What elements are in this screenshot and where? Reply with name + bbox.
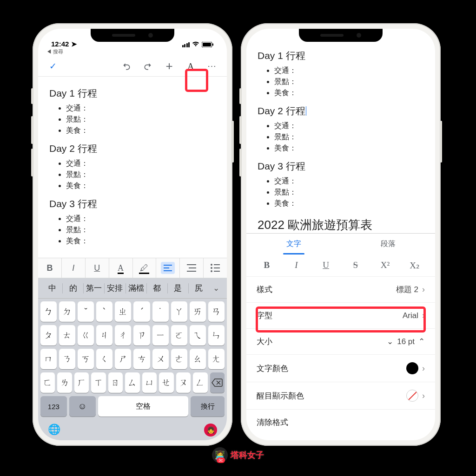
back-to-search[interactable]: ◀ 搜尋 bbox=[38, 48, 227, 56]
list-item[interactable]: 美食： bbox=[66, 126, 216, 136]
key[interactable]: ㄆ bbox=[40, 325, 57, 346]
list-item[interactable]: 交通： bbox=[66, 104, 216, 113]
key[interactable]: ㄇ bbox=[40, 349, 57, 369]
key[interactable]: ㄛ bbox=[171, 325, 187, 346]
key[interactable]: ㄝ bbox=[159, 372, 173, 393]
list-item[interactable]: 交通： bbox=[66, 214, 216, 224]
key[interactable]: ㄨ bbox=[152, 349, 169, 369]
heading-day2[interactable]: Day 2 行程 bbox=[258, 104, 424, 117]
key[interactable]: ㄧ bbox=[152, 325, 169, 346]
key[interactable]: ㄢ bbox=[208, 301, 225, 322]
key[interactable]: ㄩ bbox=[142, 372, 157, 393]
size-decrease[interactable]: ⌄ bbox=[387, 337, 393, 346]
key[interactable]: ㄉ bbox=[59, 301, 75, 322]
key[interactable]: ㄟ bbox=[190, 325, 206, 346]
key[interactable]: ㄋ bbox=[59, 349, 75, 369]
key[interactable]: ㄓ bbox=[115, 301, 131, 322]
heading-day2[interactable]: Day 2 行程 bbox=[49, 142, 216, 155]
key[interactable]: ㄗ bbox=[133, 325, 150, 346]
tab-paragraph[interactable]: 段落 bbox=[341, 234, 435, 254]
list-item[interactable]: 景點： bbox=[66, 170, 216, 180]
key[interactable]: ㄡ bbox=[176, 372, 191, 393]
key-space[interactable]: 空格 bbox=[98, 396, 189, 417]
align-left-button[interactable] bbox=[156, 258, 180, 278]
key[interactable]: ㄐ bbox=[96, 325, 112, 346]
tab-text[interactable]: 文字 bbox=[246, 234, 341, 254]
key[interactable]: ㄥ bbox=[193, 372, 207, 393]
bold-button[interactable]: B bbox=[258, 260, 276, 271]
list-item[interactable]: 美食： bbox=[274, 143, 424, 153]
suggestion[interactable]: 中 bbox=[42, 283, 62, 293]
suggestions-expand[interactable]: ⌄ bbox=[209, 283, 223, 293]
highlight-color-row[interactable]: 醒目顯示顏色 › bbox=[246, 382, 435, 409]
key[interactable]: ㄅ bbox=[40, 301, 57, 322]
key[interactable]: ㄈ bbox=[40, 372, 55, 393]
key[interactable]: ㄑ bbox=[96, 349, 112, 369]
list-item[interactable]: 景點： bbox=[274, 77, 424, 87]
list-item[interactable]: 景點： bbox=[66, 225, 216, 235]
key[interactable]: ㄞ bbox=[190, 301, 206, 322]
list-item[interactable]: 交通： bbox=[66, 159, 216, 169]
key[interactable]: ㄖ bbox=[108, 372, 123, 393]
size-increase[interactable]: ⌃ bbox=[418, 337, 425, 346]
memoji-icon[interactable]: 👧 bbox=[204, 424, 217, 437]
key[interactable]: ㄕ bbox=[115, 349, 131, 369]
key[interactable]: ㄜ bbox=[171, 349, 187, 369]
list-item[interactable]: 景點： bbox=[66, 115, 216, 124]
key[interactable]: ㄏ bbox=[74, 372, 89, 393]
suggestion[interactable]: 都 bbox=[147, 283, 167, 293]
key[interactable]: ㄣ bbox=[208, 325, 225, 346]
bullet-list-button[interactable] bbox=[204, 258, 227, 278]
subscript-button[interactable]: X₂ bbox=[405, 260, 424, 271]
key-123[interactable]: 123 bbox=[40, 396, 67, 417]
key[interactable]: ˙ bbox=[152, 301, 169, 322]
list-item[interactable]: 美食： bbox=[66, 236, 216, 246]
suggestion[interactable]: 的 bbox=[63, 283, 83, 293]
key[interactable]: ㄊ bbox=[59, 325, 75, 346]
document-body[interactable]: Day 1 行程 交通： 景點： 美食： Day 2 行程 交通： 景點： 美食… bbox=[38, 77, 227, 258]
heading-day1[interactable]: Day 1 行程 bbox=[258, 49, 424, 62]
add-button[interactable]: + bbox=[161, 58, 178, 75]
key[interactable]: ㄒ bbox=[91, 372, 106, 393]
align-justify-button[interactable] bbox=[180, 258, 204, 278]
key[interactable]: ˋ bbox=[96, 301, 112, 322]
key[interactable]: ˊ bbox=[133, 301, 150, 322]
bold-button[interactable]: B bbox=[38, 258, 62, 278]
redo-button[interactable] bbox=[139, 58, 156, 75]
suggestion[interactable]: 安排 bbox=[105, 283, 125, 293]
key-delete[interactable] bbox=[210, 372, 225, 393]
underline-button[interactable]: U bbox=[86, 258, 109, 278]
superscript-button[interactable]: X² bbox=[376, 260, 394, 271]
highlight-button[interactable]: 🖊 bbox=[133, 258, 157, 278]
text-color-row[interactable]: 文字顏色 › bbox=[246, 355, 435, 382]
italic-button[interactable]: I bbox=[62, 258, 86, 278]
italic-button[interactable]: I bbox=[287, 260, 305, 271]
key[interactable]: ㄚ bbox=[171, 301, 187, 322]
strike-button[interactable]: S bbox=[346, 260, 365, 271]
heading-day3[interactable]: Day 3 行程 bbox=[49, 197, 216, 210]
list-item[interactable]: 美食： bbox=[274, 199, 424, 209]
key[interactable]: ㄌ bbox=[57, 372, 72, 393]
key[interactable]: ˇ bbox=[78, 301, 94, 322]
suggestion[interactable]: 滿檔 bbox=[126, 283, 146, 293]
clear-format-row[interactable]: 清除格式 bbox=[246, 410, 435, 428]
underline-button[interactable]: U bbox=[317, 260, 335, 271]
suggestion[interactable]: 是 bbox=[168, 283, 188, 293]
key-emoji[interactable]: ☺ bbox=[69, 396, 96, 417]
key[interactable]: ㄤ bbox=[208, 349, 225, 369]
suggestion[interactable]: 尻 bbox=[189, 283, 209, 293]
globe-icon[interactable]: 🌐 bbox=[48, 424, 60, 437]
key[interactable]: ㄠ bbox=[190, 349, 206, 369]
heading-budget[interactable]: 2022 歐洲旅遊預算表 bbox=[258, 217, 424, 233]
suggestion[interactable]: 第一 bbox=[84, 283, 104, 293]
key[interactable]: ㄔ bbox=[115, 325, 131, 346]
text-color-button[interactable]: A bbox=[109, 258, 133, 278]
style-row[interactable]: 樣式 標題 2› bbox=[246, 277, 435, 302]
key[interactable]: ㄙ bbox=[125, 372, 139, 393]
list-item[interactable]: 景點： bbox=[274, 188, 424, 197]
undo-button[interactable] bbox=[118, 58, 135, 75]
document-body[interactable]: Day 1 行程 交通： 景點： 美食： Day 2 行程 交通： 景點： 美食… bbox=[246, 43, 435, 233]
done-button[interactable]: ✓ bbox=[45, 58, 61, 75]
heading-day3[interactable]: Day 3 行程 bbox=[258, 160, 424, 173]
list-item[interactable]: 交通： bbox=[274, 66, 424, 76]
